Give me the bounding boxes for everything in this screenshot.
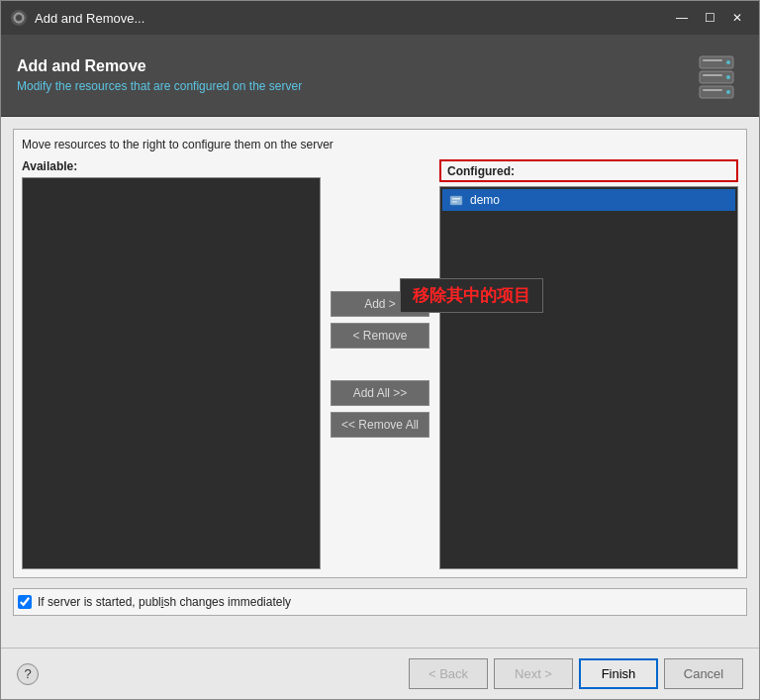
list-item[interactable]: demo: [442, 189, 735, 211]
app-icon: [11, 10, 27, 26]
underline-i: i: [161, 595, 164, 609]
close-button[interactable]: ✕: [725, 8, 749, 28]
available-section: Available:: [22, 159, 321, 569]
window-title: Add and Remove...: [35, 11, 144, 26]
configured-section: Configured: demo: [439, 159, 738, 569]
svg-rect-12: [452, 198, 460, 200]
svg-point-1: [16, 15, 22, 21]
header-server-icon: [690, 49, 743, 102]
remove-button[interactable]: < Remove: [331, 323, 429, 349]
resources-panel: Move resources to the right to configure…: [13, 129, 747, 578]
footer-buttons: < Back Next > Finish Cancel: [409, 658, 743, 689]
tooltip-text: 移除其中的项目: [413, 286, 530, 305]
configured-label: Configured:: [447, 164, 515, 178]
svg-rect-9: [703, 74, 722, 76]
title-bar: Add and Remove... — ☐ ✕: [1, 1, 759, 35]
tooltip-overlay: 移除其中的项目: [400, 278, 543, 313]
add-all-button[interactable]: Add All >>: [331, 380, 429, 406]
svg-rect-10: [703, 89, 722, 91]
back-button[interactable]: < Back: [409, 658, 488, 689]
footer-spacer: [1, 628, 759, 648]
header-panel: Add and Remove Modify the resources that…: [1, 35, 759, 117]
publish-checkbox[interactable]: [18, 595, 32, 609]
webapp-icon: [448, 192, 464, 208]
main-window: Add and Remove... — ☐ ✕ Add and Remove M…: [0, 0, 760, 700]
publish-checkbox-row: If server is started, publish changes im…: [13, 588, 747, 616]
title-bar-left: Add and Remove...: [11, 10, 144, 26]
item-name: demo: [470, 193, 500, 207]
list-container-row: Available: Add > < Remove Add All >> << …: [22, 159, 738, 569]
svg-point-7: [726, 90, 730, 94]
help-button[interactable]: ?: [17, 663, 39, 685]
page-title: Add and Remove: [17, 57, 302, 75]
remove-all-button[interactable]: << Remove All: [331, 412, 429, 438]
next-button[interactable]: Next >: [494, 658, 573, 689]
transfer-buttons: Add > < Remove Add All >> << Remove All: [321, 159, 439, 569]
resources-instruction: Move resources to the right to configure…: [22, 138, 738, 151]
footer-left: ?: [17, 663, 39, 685]
available-label: Available:: [22, 159, 321, 173]
finish-button[interactable]: Finish: [579, 658, 658, 689]
svg-rect-8: [703, 59, 722, 61]
svg-rect-11: [450, 196, 462, 205]
publish-label[interactable]: If server is started, publish changes im…: [38, 595, 291, 609]
configured-list[interactable]: demo: [439, 186, 738, 569]
cancel-button[interactable]: Cancel: [664, 658, 743, 689]
svg-point-6: [726, 75, 730, 79]
svg-point-5: [726, 60, 730, 64]
minimize-button[interactable]: —: [670, 8, 694, 28]
main-content: Move resources to the right to configure…: [1, 117, 759, 628]
checkbox-container: If server is started, publish changes im…: [18, 595, 291, 609]
page-subtitle: Modify the resources that are configured…: [17, 79, 302, 93]
maximize-button[interactable]: ☐: [698, 8, 721, 28]
svg-rect-13: [452, 201, 457, 203]
available-list[interactable]: [22, 177, 321, 569]
footer: ? < Back Next > Finish Cancel: [1, 648, 759, 699]
title-controls: — ☐ ✕: [670, 8, 749, 28]
configured-label-box: Configured:: [439, 159, 738, 182]
header-text: Add and Remove Modify the resources that…: [17, 57, 302, 93]
